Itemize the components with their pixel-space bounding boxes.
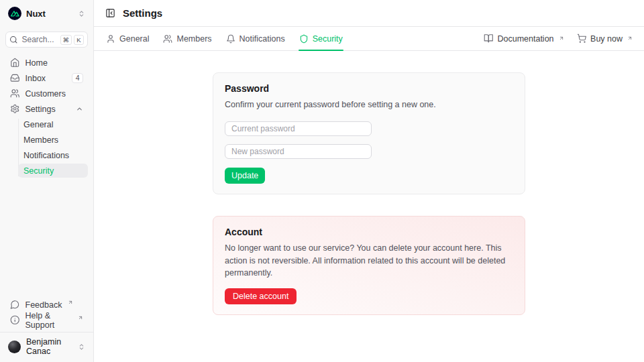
sidebar-subitem-notifications[interactable]: Notifications: [18, 148, 88, 162]
settings-security-content: Password Confirm your current password b…: [94, 51, 644, 362]
sidebar-item-label: Inbox: [25, 74, 46, 83]
search-placeholder: Search...: [22, 35, 54, 44]
sidebar-subitem-label: Notifications: [23, 151, 69, 160]
sidebar-nav: Home Inbox 4 Customers Settings: [5, 56, 88, 179]
sidebar-subitem-general[interactable]: General: [18, 117, 88, 131]
sidebar-item-feedback[interactable]: Feedback: [5, 298, 88, 312]
search-input[interactable]: Search... ⌘ K: [5, 32, 88, 48]
tab-members[interactable]: Members: [162, 27, 212, 50]
page-header: Settings: [94, 0, 644, 27]
cart-icon: [577, 34, 587, 44]
tab-label: Members: [176, 34, 211, 44]
external-link-icon: [559, 36, 564, 41]
delete-account-button[interactable]: Delete account: [225, 288, 297, 304]
info-icon: [10, 315, 20, 325]
update-password-button[interactable]: Update: [225, 168, 265, 184]
sidebar-item-label: Home: [25, 58, 48, 68]
sidebar: Nuxt Search... ⌘ K Home: [0, 0, 94, 362]
workspace-name: Nuxt: [26, 9, 46, 19]
search-icon: [9, 36, 18, 44]
nuxt-logo-icon: [8, 7, 21, 20]
password-card-description: Confirm your current password before set…: [225, 99, 513, 111]
settings-submenu: General Members Notifications Security: [18, 117, 88, 178]
users-icon: [163, 34, 172, 44]
sidebar-item-help-support[interactable]: Help & Support: [5, 313, 88, 327]
tab-label: Security: [313, 34, 343, 44]
app-window: Nuxt Search... ⌘ K Home: [0, 0, 644, 362]
account-card-description: No longer want to use our service? You c…: [225, 242, 513, 280]
sidebar-item-label: Settings: [25, 105, 56, 114]
header-links: Documentation Buy now: [484, 34, 633, 44]
tab-label: General: [119, 34, 149, 44]
current-password-field[interactable]: [225, 121, 372, 136]
user-icon: [106, 34, 115, 44]
sidebar-subitem-members[interactable]: Members: [18, 133, 88, 147]
avatar: [8, 341, 21, 353]
inbox-icon: [10, 73, 20, 83]
account-card: Account No longer want to use our servic…: [213, 216, 525, 315]
password-card: Password Confirm your current password b…: [213, 72, 525, 194]
user-menu[interactable]: Benjamin Canac: [0, 332, 93, 362]
sidebar-item-settings[interactable]: Settings: [5, 102, 88, 116]
panel-left-close-icon: [105, 8, 115, 18]
bell-icon: [226, 34, 235, 44]
tab-general[interactable]: General: [105, 27, 150, 50]
user-name: Benjamin Canac: [26, 337, 72, 356]
sidebar-subitem-label: Members: [23, 135, 58, 145]
external-link-icon: [627, 36, 633, 41]
page-title: Settings: [123, 7, 162, 19]
link-label: Documentation: [497, 34, 553, 44]
tab-security[interactable]: Security: [299, 27, 343, 50]
home-icon: [10, 58, 20, 68]
chevrons-up-down-icon: [78, 10, 85, 17]
sidebar-item-label: Help & Support: [25, 311, 72, 330]
password-card-title: Password: [225, 83, 513, 94]
documentation-link[interactable]: Documentation: [484, 34, 564, 44]
gear-icon: [10, 104, 20, 114]
sidebar-collapse-button[interactable]: [105, 8, 115, 18]
kbd-k: K: [74, 35, 84, 45]
users-icon: [10, 88, 20, 99]
chat-bubble-icon: [10, 300, 20, 310]
tabs-bar: General Members Notifications Security: [94, 27, 644, 51]
tab-label: Notifications: [239, 34, 285, 44]
external-link-icon: [68, 300, 73, 305]
account-card-title: Account: [225, 227, 513, 237]
shield-icon: [299, 34, 309, 44]
workspace-switcher[interactable]: Nuxt: [5, 5, 88, 21]
sidebar-header: Nuxt: [5, 0, 88, 27]
new-password-field[interactable]: [225, 144, 372, 159]
chevrons-up-down-icon: [78, 343, 85, 351]
main-area: Settings General Members Notifications: [94, 0, 644, 362]
sidebar-subitem-security[interactable]: Security: [18, 164, 88, 178]
sidebar-item-inbox[interactable]: Inbox 4: [5, 71, 88, 85]
sidebar-item-customers[interactable]: Customers: [5, 86, 88, 101]
search-kbd-shortcuts: ⌘ K: [60, 35, 85, 45]
link-label: Buy now: [590, 34, 623, 44]
sidebar-item-label: Customers: [25, 89, 66, 99]
sidebar-item-label: Feedback: [25, 300, 62, 310]
sidebar-subitem-label: Security: [23, 166, 54, 176]
tab-notifications[interactable]: Notifications: [225, 27, 286, 50]
sidebar-subitem-label: General: [23, 120, 53, 129]
buy-now-link[interactable]: Buy now: [577, 34, 633, 44]
book-open-icon: [484, 34, 494, 44]
inbox-count-badge: 4: [72, 73, 83, 83]
sidebar-footer: Feedback Help & Support: [5, 298, 88, 332]
sidebar-item-home[interactable]: Home: [5, 56, 88, 70]
kbd-cmd: ⌘: [60, 35, 72, 45]
chevron-up-icon: [76, 105, 83, 113]
external-link-icon: [78, 315, 83, 320]
